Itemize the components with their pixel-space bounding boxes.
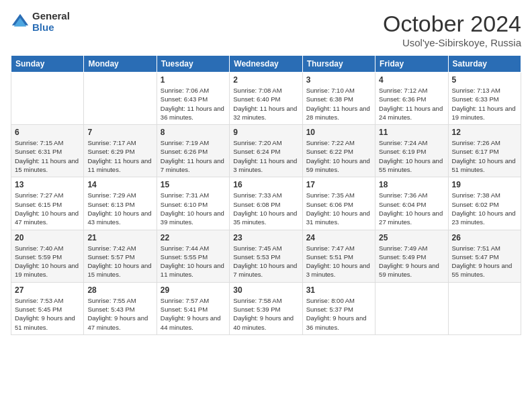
logo-icon — [11, 13, 30, 32]
calendar-cell: 2Sunrise: 7:08 AMSunset: 6:40 PMDaylight… — [230, 73, 302, 125]
calendar-cell: 10Sunrise: 7:22 AMSunset: 6:22 PMDayligh… — [302, 125, 375, 177]
calendar-cell: 28Sunrise: 7:55 AMSunset: 5:43 PMDayligh… — [84, 282, 157, 334]
day-number: 12 — [452, 128, 517, 137]
calendar-cell — [448, 282, 521, 334]
weekday-header-monday: Monday — [84, 56, 157, 73]
calendar-cell: 1Sunrise: 7:06 AMSunset: 6:43 PMDaylight… — [157, 73, 229, 125]
calendar-cell: 7Sunrise: 7:17 AMSunset: 6:29 PMDaylight… — [84, 125, 157, 177]
day-detail: Sunrise: 7:29 AMSunset: 6:13 PMDaylight:… — [87, 191, 152, 226]
day-number: 15 — [161, 180, 226, 189]
day-number: 19 — [452, 180, 517, 189]
calendar-week-1: 1Sunrise: 7:06 AMSunset: 6:43 PMDaylight… — [11, 73, 521, 125]
day-detail: Sunrise: 7:12 AMSunset: 6:36 PMDaylight:… — [379, 86, 444, 122]
day-detail: Sunrise: 7:38 AMSunset: 6:02 PMDaylight:… — [452, 191, 517, 226]
day-detail: Sunrise: 7:19 AMSunset: 6:26 PMDaylight:… — [161, 138, 226, 174]
day-number: 23 — [233, 233, 298, 242]
day-number: 27 — [15, 285, 80, 295]
day-detail: Sunrise: 7:13 AMSunset: 6:33 PMDaylight:… — [452, 86, 517, 122]
day-detail: Sunrise: 7:26 AMSunset: 6:17 PMDaylight:… — [452, 138, 517, 174]
calendar-cell: 13Sunrise: 7:27 AMSunset: 6:15 PMDayligh… — [11, 177, 84, 230]
day-detail: Sunrise: 7:06 AMSunset: 6:43 PMDaylight:… — [161, 86, 226, 122]
day-number: 14 — [87, 180, 152, 189]
calendar-week-5: 27Sunrise: 7:53 AMSunset: 5:45 PMDayligh… — [11, 282, 521, 334]
day-number: 31 — [306, 285, 371, 295]
month-title: October 2024 — [383, 11, 521, 37]
day-detail: Sunrise: 7:47 AMSunset: 5:51 PMDaylight:… — [306, 244, 371, 279]
day-detail: Sunrise: 7:10 AMSunset: 6:38 PMDaylight:… — [306, 86, 371, 122]
day-number: 17 — [306, 180, 371, 189]
day-number: 1 — [161, 75, 226, 85]
calendar-cell: 5Sunrise: 7:13 AMSunset: 6:33 PMDaylight… — [448, 73, 521, 125]
day-number: 18 — [379, 180, 444, 189]
day-number: 16 — [233, 180, 298, 189]
location-text: Usol'ye-Sibirskoye, Russia — [383, 37, 521, 48]
calendar-cell: 3Sunrise: 7:10 AMSunset: 6:38 PMDaylight… — [302, 73, 375, 125]
logo-blue-text: Blue — [32, 22, 70, 34]
day-detail: Sunrise: 7:22 AMSunset: 6:22 PMDaylight:… — [306, 138, 371, 174]
day-detail: Sunrise: 7:27 AMSunset: 6:15 PMDaylight:… — [15, 191, 80, 226]
day-detail: Sunrise: 7:15 AMSunset: 6:31 PMDaylight:… — [15, 138, 80, 174]
weekday-header-row: SundayMondayTuesdayWednesdayThursdayFrid… — [11, 56, 521, 73]
calendar-cell: 25Sunrise: 7:49 AMSunset: 5:49 PMDayligh… — [375, 230, 448, 282]
page-header: General Blue October 2024 Usol'ye-Sibirs… — [11, 11, 521, 48]
day-number: 29 — [161, 285, 226, 295]
day-number: 2 — [233, 75, 298, 85]
day-detail: Sunrise: 7:35 AMSunset: 6:06 PMDaylight:… — [306, 191, 371, 226]
weekday-header-wednesday: Wednesday — [230, 56, 302, 73]
day-detail: Sunrise: 7:55 AMSunset: 5:43 PMDaylight:… — [87, 296, 152, 332]
day-detail: Sunrise: 7:20 AMSunset: 6:24 PMDaylight:… — [233, 138, 298, 174]
weekday-header-tuesday: Tuesday — [157, 56, 229, 73]
calendar-cell: 6Sunrise: 7:15 AMSunset: 6:31 PMDaylight… — [11, 125, 84, 177]
day-detail: Sunrise: 7:36 AMSunset: 6:04 PMDaylight:… — [379, 191, 444, 226]
calendar-cell: 9Sunrise: 7:20 AMSunset: 6:24 PMDaylight… — [230, 125, 302, 177]
calendar-week-3: 13Sunrise: 7:27 AMSunset: 6:15 PMDayligh… — [11, 177, 521, 230]
calendar-cell — [11, 73, 84, 125]
calendar-cell: 12Sunrise: 7:26 AMSunset: 6:17 PMDayligh… — [448, 125, 521, 177]
calendar-cell: 4Sunrise: 7:12 AMSunset: 6:36 PMDaylight… — [375, 73, 448, 125]
day-number: 20 — [15, 233, 80, 242]
day-detail: Sunrise: 7:33 AMSunset: 6:08 PMDaylight:… — [233, 191, 298, 226]
calendar-table: SundayMondayTuesdayWednesdayThursdayFrid… — [11, 55, 521, 335]
calendar-cell: 18Sunrise: 7:36 AMSunset: 6:04 PMDayligh… — [375, 177, 448, 230]
weekday-header-thursday: Thursday — [302, 56, 375, 73]
calendar-cell: 31Sunrise: 8:00 AMSunset: 5:37 PMDayligh… — [302, 282, 375, 334]
day-detail: Sunrise: 7:40 AMSunset: 5:59 PMDaylight:… — [15, 244, 80, 279]
weekday-header-friday: Friday — [375, 56, 448, 73]
day-detail: Sunrise: 7:42 AMSunset: 5:57 PMDaylight:… — [87, 244, 152, 279]
calendar-cell: 14Sunrise: 7:29 AMSunset: 6:13 PMDayligh… — [84, 177, 157, 230]
calendar-cell — [375, 282, 448, 334]
calendar-cell: 29Sunrise: 7:57 AMSunset: 5:41 PMDayligh… — [157, 282, 229, 334]
weekday-header-saturday: Saturday — [448, 56, 521, 73]
day-detail: Sunrise: 7:45 AMSunset: 5:53 PMDaylight:… — [233, 244, 298, 279]
day-number: 7 — [87, 128, 152, 137]
day-number: 8 — [161, 128, 226, 137]
day-detail: Sunrise: 8:00 AMSunset: 5:37 PMDaylight:… — [306, 296, 371, 332]
calendar-cell: 27Sunrise: 7:53 AMSunset: 5:45 PMDayligh… — [11, 282, 84, 334]
day-number: 3 — [306, 75, 371, 85]
calendar-week-4: 20Sunrise: 7:40 AMSunset: 5:59 PMDayligh… — [11, 230, 521, 282]
day-detail: Sunrise: 7:53 AMSunset: 5:45 PMDaylight:… — [15, 296, 80, 332]
calendar-cell: 19Sunrise: 7:38 AMSunset: 6:02 PMDayligh… — [448, 177, 521, 230]
calendar-cell: 23Sunrise: 7:45 AMSunset: 5:53 PMDayligh… — [230, 230, 302, 282]
day-number: 30 — [233, 285, 298, 295]
calendar-cell: 8Sunrise: 7:19 AMSunset: 6:26 PMDaylight… — [157, 125, 229, 177]
day-number: 4 — [379, 75, 444, 85]
calendar-cell: 11Sunrise: 7:24 AMSunset: 6:19 PMDayligh… — [375, 125, 448, 177]
day-detail: Sunrise: 7:58 AMSunset: 5:39 PMDaylight:… — [233, 296, 298, 332]
calendar-cell: 22Sunrise: 7:44 AMSunset: 5:55 PMDayligh… — [157, 230, 229, 282]
day-number: 25 — [379, 233, 444, 242]
calendar-cell: 17Sunrise: 7:35 AMSunset: 6:06 PMDayligh… — [302, 177, 375, 230]
day-detail: Sunrise: 7:57 AMSunset: 5:41 PMDaylight:… — [161, 296, 226, 332]
day-detail: Sunrise: 7:44 AMSunset: 5:55 PMDaylight:… — [161, 244, 226, 279]
day-number: 10 — [306, 128, 371, 137]
calendar-cell: 15Sunrise: 7:31 AMSunset: 6:10 PMDayligh… — [157, 177, 229, 230]
day-detail: Sunrise: 7:31 AMSunset: 6:10 PMDaylight:… — [161, 191, 226, 226]
day-number: 6 — [15, 128, 80, 137]
day-detail: Sunrise: 7:08 AMSunset: 6:40 PMDaylight:… — [233, 86, 298, 122]
day-number: 21 — [87, 233, 152, 242]
day-number: 24 — [306, 233, 371, 242]
day-detail: Sunrise: 7:51 AMSunset: 5:47 PMDaylight:… — [452, 244, 517, 279]
calendar-week-2: 6Sunrise: 7:15 AMSunset: 6:31 PMDaylight… — [11, 125, 521, 177]
title-block: October 2024 Usol'ye-Sibirskoye, Russia — [383, 11, 521, 48]
calendar-cell — [84, 73, 157, 125]
